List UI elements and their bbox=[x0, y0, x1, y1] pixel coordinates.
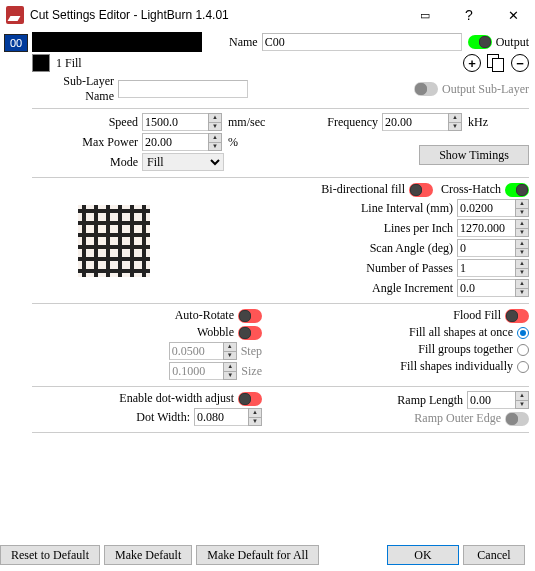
ramp-length-stepper[interactable]: ▲▼ bbox=[515, 391, 529, 409]
dot-width-input[interactable] bbox=[194, 408, 248, 426]
show-timings-button[interactable]: Show Timings bbox=[419, 145, 529, 165]
passes-stepper[interactable]: ▲▼ bbox=[515, 259, 529, 277]
size-stepper[interactable]: ▲▼ bbox=[223, 362, 237, 380]
name-label: Name bbox=[229, 35, 262, 50]
cancel-button[interactable]: Cancel bbox=[463, 545, 525, 565]
reset-default-button[interactable]: Reset to Default bbox=[0, 545, 100, 565]
step-input[interactable] bbox=[169, 342, 223, 360]
angle-increment-stepper[interactable]: ▲▼ bbox=[515, 279, 529, 297]
battery-icon: ▭ bbox=[403, 0, 447, 30]
sublayer-name-input[interactable] bbox=[118, 80, 248, 98]
angle-increment-input[interactable] bbox=[457, 279, 515, 297]
dot-width-label: Dot Width: bbox=[136, 410, 190, 425]
mode-select[interactable]: Fill bbox=[142, 153, 224, 171]
fill-preview-icon bbox=[78, 205, 150, 277]
fill-all-radio[interactable] bbox=[517, 327, 529, 339]
dot-width-enable-label: Enable dot-width adjust bbox=[119, 391, 234, 406]
ok-button[interactable]: OK bbox=[387, 545, 459, 565]
flood-fill-label: Flood Fill bbox=[453, 308, 501, 323]
bidirectional-toggle[interactable] bbox=[409, 183, 433, 197]
frequency-stepper[interactable]: ▲▼ bbox=[448, 113, 462, 131]
make-default-all-button[interactable]: Make Default for All bbox=[196, 545, 319, 565]
name-input[interactable] bbox=[262, 33, 462, 51]
layer-swatch bbox=[32, 54, 50, 72]
flood-fill-toggle[interactable] bbox=[505, 309, 529, 323]
frequency-label: Frequency bbox=[302, 115, 382, 130]
window-title: Cut Settings Editor - LightBurn 1.4.01 bbox=[30, 8, 403, 22]
frequency-input[interactable] bbox=[382, 113, 448, 131]
remove-sublayer-button[interactable]: − bbox=[511, 54, 529, 72]
line-interval-input[interactable] bbox=[457, 199, 515, 217]
maxpower-label: Max Power bbox=[32, 135, 142, 150]
auto-rotate-toggle[interactable] bbox=[238, 309, 262, 323]
close-icon[interactable]: ✕ bbox=[491, 0, 535, 30]
frequency-unit: kHz bbox=[468, 115, 488, 130]
line-interval-stepper[interactable]: ▲▼ bbox=[515, 199, 529, 217]
app-icon bbox=[6, 6, 24, 24]
make-default-button[interactable]: Make Default bbox=[104, 545, 192, 565]
crosshatch-toggle[interactable] bbox=[505, 183, 529, 197]
wobble-toggle[interactable] bbox=[238, 326, 262, 340]
lpi-label: Lines per Inch bbox=[142, 221, 457, 236]
fill-all-label: Fill all shapes at once bbox=[409, 325, 513, 340]
speed-input[interactable] bbox=[142, 113, 208, 131]
output-sublayer-label: Output Sub-Layer bbox=[442, 82, 529, 97]
maxpower-stepper[interactable]: ▲▼ bbox=[208, 133, 222, 151]
maxpower-input[interactable] bbox=[142, 133, 208, 151]
size-label: Size bbox=[241, 364, 262, 379]
add-sublayer-button[interactable]: + bbox=[463, 54, 481, 72]
output-label: Output bbox=[496, 35, 529, 50]
ramp-length-input[interactable] bbox=[467, 391, 515, 409]
duplicate-sublayer-button[interactable] bbox=[487, 54, 505, 72]
angle-increment-label: Angle Increment bbox=[142, 281, 457, 296]
fill-groups-label: Fill groups together bbox=[418, 342, 513, 357]
line-interval-label: Line Interval (mm) bbox=[142, 201, 457, 216]
dot-width-stepper[interactable]: ▲▼ bbox=[248, 408, 262, 426]
lpi-input[interactable] bbox=[457, 219, 515, 237]
output-toggle[interactable] bbox=[468, 35, 492, 49]
speed-stepper[interactable]: ▲▼ bbox=[208, 113, 222, 131]
bidirectional-label: Bi-directional fill bbox=[321, 182, 405, 197]
speed-unit: mm/sec bbox=[228, 115, 265, 130]
maxpower-unit: % bbox=[228, 135, 238, 150]
scan-angle-label: Scan Angle (deg) bbox=[142, 241, 457, 256]
layer-chip[interactable]: 00 bbox=[4, 34, 28, 52]
passes-input[interactable] bbox=[457, 259, 515, 277]
dot-width-enable-toggle[interactable] bbox=[238, 392, 262, 406]
auto-rotate-label: Auto-Rotate bbox=[175, 308, 234, 323]
speed-label: Speed bbox=[32, 115, 142, 130]
help-icon[interactable]: ? bbox=[447, 0, 491, 30]
ramp-length-label: Ramp Length bbox=[397, 393, 463, 408]
fill-individual-label: Fill shapes individually bbox=[400, 359, 513, 374]
step-label: Step bbox=[241, 344, 262, 359]
passes-label: Number of Passes bbox=[142, 261, 457, 276]
ramp-outer-edge-toggle[interactable] bbox=[505, 412, 529, 426]
fill-individual-radio[interactable] bbox=[517, 361, 529, 373]
output-sublayer-toggle[interactable] bbox=[414, 82, 438, 96]
mode-label: Mode bbox=[32, 155, 142, 170]
ramp-outer-edge-label: Ramp Outer Edge bbox=[414, 411, 501, 426]
fill-groups-radio[interactable] bbox=[517, 344, 529, 356]
crosshatch-label: Cross-Hatch bbox=[441, 182, 501, 197]
lpi-stepper[interactable]: ▲▼ bbox=[515, 219, 529, 237]
fill-label: 1 Fill bbox=[56, 56, 82, 71]
step-stepper[interactable]: ▲▼ bbox=[223, 342, 237, 360]
sublayer-name-label: Sub-Layer Name bbox=[32, 74, 118, 104]
preview-swatch bbox=[32, 32, 202, 52]
scan-angle-input[interactable] bbox=[457, 239, 515, 257]
scan-angle-stepper[interactable]: ▲▼ bbox=[515, 239, 529, 257]
size-input[interactable] bbox=[169, 362, 223, 380]
wobble-label: Wobble bbox=[197, 325, 234, 340]
